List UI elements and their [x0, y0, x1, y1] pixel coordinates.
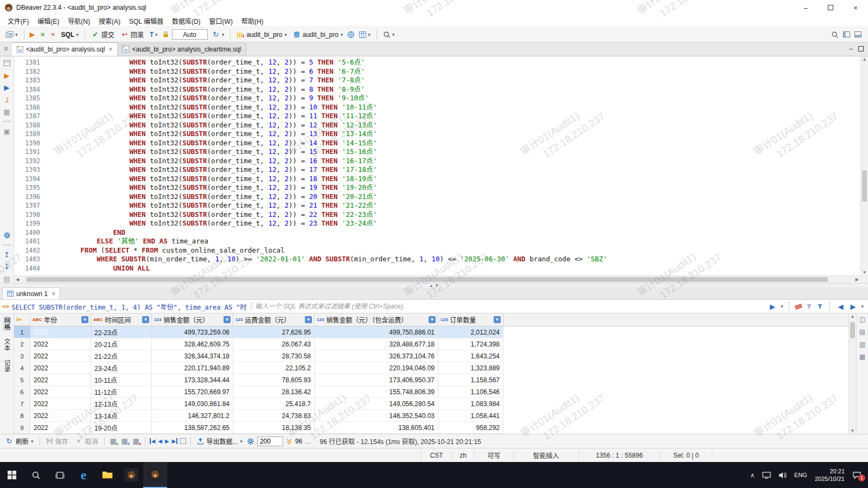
clear-filter-icon[interactable]: [795, 304, 803, 310]
delete-row-icon[interactable]: ▦×: [132, 437, 141, 445]
grid-cell[interactable]: 24,738.83: [233, 410, 315, 422]
last-row-icon[interactable]: ▶: [172, 438, 178, 444]
apply-filter-icon[interactable]: ▶: [768, 302, 777, 311]
commit-button[interactable]: ✔ 提交: [89, 29, 117, 40]
column-sort-icon[interactable]: ▼: [224, 316, 231, 323]
gear-icon[interactable]: [3, 231, 11, 239]
grid-cell[interactable]: 173,328,344.44: [152, 374, 233, 386]
fetch-size-input[interactable]: [257, 436, 283, 446]
grid-cell[interactable]: 220,194,046.09: [315, 362, 438, 374]
grid-cell[interactable]: 958,292: [438, 422, 503, 434]
menu-item-1[interactable]: 编辑(E): [33, 15, 63, 27]
grid-cell[interactable]: 2022: [30, 374, 91, 386]
maximize-editor-icon[interactable]: [858, 46, 864, 52]
filter-history-dropdown-icon[interactable]: ▾: [781, 304, 783, 309]
grid-cell[interactable]: 2022: [30, 386, 91, 398]
fetch-all-icon[interactable]: [286, 438, 292, 445]
grid-cell[interactable]: 23-24点: [91, 362, 152, 374]
column-header-3[interactable]: 123运费金额（元）▼: [233, 313, 315, 326]
input-language[interactable]: ENG: [794, 472, 807, 478]
new-sql-script-button[interactable]: ▾: [3, 30, 20, 40]
column-sort-icon[interactable]: ▼: [305, 316, 312, 323]
gr[interactable]: ▲ ▼: [848, 313, 856, 434]
close-icon[interactable]: ×: [52, 290, 55, 298]
export-file-icon[interactable]: ↥: [3, 251, 11, 259]
rollback-button[interactable]: ↩ 回滚: [118, 29, 146, 40]
grid-cell[interactable]: 78,605.93: [233, 374, 315, 386]
filters-menu-icon[interactable]: [816, 303, 824, 310]
column-sort-icon[interactable]: ▼: [81, 316, 88, 323]
menu-item-4[interactable]: SQL 编辑器: [125, 15, 168, 27]
grid-cell[interactable]: 26,067.43: [233, 338, 315, 350]
first-row-icon[interactable]: ◀: [150, 438, 156, 444]
grid-cell[interactable]: 2022: [30, 410, 91, 422]
abort-query-icon[interactable]: ×: [49, 30, 58, 39]
network-icon[interactable]: [347, 30, 355, 39]
grid-cell[interactable]: 328,488,677.18: [315, 338, 438, 350]
editor-list-icon[interactable]: ≡: [0, 42, 12, 56]
panel-spec-icon[interactable]: [3, 59, 11, 67]
filter-input[interactable]: [256, 303, 766, 310]
autocommit-combo[interactable]: Auto: [172, 29, 208, 40]
grid-cell[interactable]: 18,138.35: [233, 422, 315, 434]
grid-cell[interactable]: 2022: [30, 362, 91, 374]
taskbar-search-icon[interactable]: [24, 462, 48, 488]
grid-cell[interactable]: 21-22点: [91, 350, 152, 362]
nav-dropdown-icon[interactable]: ▾: [861, 304, 864, 309]
calc-panel-icon[interactable]: ▥: [859, 341, 865, 348]
row-number[interactable]: 9: [14, 422, 30, 434]
taskbar-clock[interactable]: 20:21 2025/10/21: [815, 467, 845, 483]
row-number[interactable]: 3: [14, 350, 30, 362]
sql-dialect-dropdown[interactable]: SQL ▾: [59, 30, 81, 40]
results-view-tab-0[interactable]: 网格: [3, 316, 11, 331]
add-row-icon[interactable]: ▦+: [109, 437, 118, 445]
column-header-1[interactable]: ABC时间区间▼: [91, 313, 152, 326]
grid-cell[interactable]: 13-14点: [91, 410, 152, 422]
grid-cell[interactable]: 155,720,669.97: [152, 386, 233, 398]
focus-cell-icon[interactable]: [180, 438, 186, 444]
import-file-icon[interactable]: ↧: [3, 262, 11, 271]
grid-corner[interactable]: [14, 313, 30, 326]
transaction-mode-dropdown[interactable]: T ▾: [148, 30, 160, 40]
grid-cell[interactable]: 20-21点: [91, 338, 152, 350]
next-row-icon[interactable]: ▶: [165, 438, 169, 444]
maximize-icon[interactable]: [818, 0, 843, 15]
row-number[interactable]: 8: [14, 410, 30, 422]
grid-cell[interactable]: 2022: [30, 422, 91, 434]
column-sort-icon[interactable]: ▼: [494, 316, 501, 323]
search-dropdown[interactable]: ▾: [381, 30, 397, 40]
query-history-dropdown[interactable]: ↻ ▾: [209, 29, 227, 40]
grid-cell[interactable]: 1,058,441: [438, 410, 503, 422]
editor-results-sash[interactable]: ▴ ▾: [0, 283, 868, 287]
grid-cell[interactable]: 2022: [30, 350, 91, 362]
log-view-icon[interactable]: ▤: [3, 275, 11, 283]
outline-icon[interactable]: ▣: [3, 127, 11, 135]
task-view-icon[interactable]: [48, 462, 72, 488]
scroll-up-icon[interactable]: ▲: [861, 57, 868, 62]
previous-row-icon[interactable]: ◀: [158, 438, 162, 444]
scroll-down-icon[interactable]: ▼: [861, 270, 868, 275]
notification-center-icon[interactable]: 1: [852, 471, 861, 479]
status-insert-mode[interactable]: 智能插入: [513, 451, 578, 460]
more-actions[interactable]: …: [305, 438, 311, 445]
minimize-icon[interactable]: –: [793, 0, 818, 15]
grid-cell[interactable]: 149,056,280.54: [315, 398, 438, 410]
grid-cell[interactable]: 326,344,374.18: [152, 350, 233, 362]
grid-cell[interactable]: 1,724,398: [438, 338, 503, 350]
results-tab[interactable]: unknown 1 ×: [2, 287, 60, 299]
grid-cell[interactable]: 19-20点: [91, 422, 152, 434]
execute-script-icon[interactable]: ≡: [39, 30, 47, 39]
save-button[interactable]: 保存: [44, 436, 70, 446]
file-explorer-icon[interactable]: [95, 462, 119, 488]
status-writable[interactable]: 可写: [474, 451, 513, 460]
nav-back-icon[interactable]: ◀: [836, 302, 845, 311]
explain-plan-icon[interactable]: J: [3, 95, 11, 104]
grid-cell[interactable]: 326,373,104.76: [315, 350, 438, 362]
editor-tab-1[interactable]: <audit_bi_pro> analysis_cleartime.sql: [118, 42, 246, 56]
grid-cell[interactable]: 328,462,609.75: [152, 338, 233, 350]
volume-icon[interactable]: [778, 472, 787, 479]
close-icon[interactable]: ×: [843, 0, 868, 15]
close-icon[interactable]: ×: [108, 46, 112, 53]
menu-item-0[interactable]: 文件(F): [3, 15, 33, 27]
row-number[interactable]: 5: [14, 374, 30, 386]
